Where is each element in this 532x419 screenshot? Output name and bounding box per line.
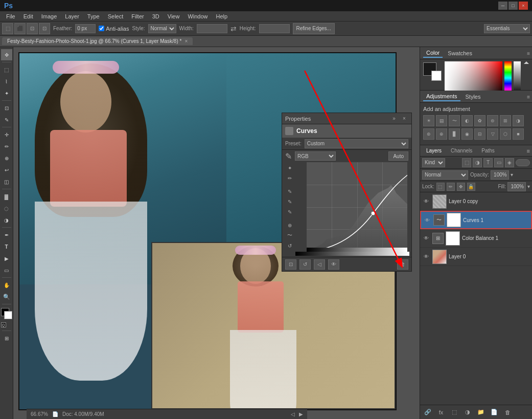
path-select-tool[interactable]: ▶: [1, 253, 12, 264]
tab-swatches[interactable]: Swatches: [445, 49, 475, 57]
layers-new-btn[interactable]: 📄: [489, 407, 500, 417]
properties-close-btn[interactable]: ×: [400, 115, 408, 123]
blur-tool[interactable]: ◌: [1, 203, 12, 214]
tab-paths[interactable]: Paths: [477, 147, 499, 155]
prop-prev-btn[interactable]: ◁: [314, 259, 325, 270]
adj-levels-icon[interactable]: ▤: [436, 115, 447, 126]
menu-edit[interactable]: Edit: [19, 12, 37, 20]
opacity-input[interactable]: [491, 170, 509, 180]
prop-eye-btn[interactable]: 👁: [328, 259, 339, 270]
crop-tool[interactable]: ⊡: [1, 102, 12, 114]
color-up-arrow[interactable]: [524, 61, 529, 64]
workspace-select[interactable]: Essentials: [484, 24, 530, 33]
curves-gray-eyedropper[interactable]: ✎: [285, 197, 294, 206]
auto-button[interactable]: Auto: [388, 151, 408, 161]
clone-stamp-tool[interactable]: ⊕: [1, 152, 12, 164]
history-brush-tool[interactable]: ↩: [1, 164, 12, 175]
menu-filter[interactable]: Filter: [127, 12, 148, 20]
brush-tool[interactable]: ✏: [1, 141, 12, 152]
menu-3d[interactable]: 3D: [148, 12, 164, 20]
eyedropper-channel-icon[interactable]: ✎: [285, 151, 292, 161]
layers-link-btn[interactable]: 🔗: [422, 407, 433, 417]
filter-adjustment-btn[interactable]: ◑: [473, 158, 482, 167]
quick-mask-icon[interactable]: Q: [1, 322, 6, 327]
layer-visibility-eye[interactable]: 👁: [423, 216, 431, 224]
adjustments-panel-menu-icon[interactable]: ≡: [527, 94, 530, 99]
layers-group-btn[interactable]: 📁: [475, 407, 487, 417]
prop-delete-btn[interactable]: 🗑: [397, 259, 408, 270]
opacity-dropdown-icon[interactable]: ▾: [511, 172, 513, 178]
fg-bg-swatches[interactable]: [422, 61, 443, 82]
menu-layer[interactable]: Layer: [61, 12, 83, 20]
eraser-tool[interactable]: ◫: [1, 176, 12, 187]
move-tool[interactable]: ✥: [1, 49, 12, 60]
titlebar-controls[interactable]: ─ □ ×: [498, 2, 528, 10]
blend-mode-select[interactable]: Normal Multiply Screen: [422, 170, 468, 180]
prev-frame-btn[interactable]: ◁: [291, 411, 295, 417]
menu-image[interactable]: Image: [37, 12, 61, 20]
menu-view[interactable]: View: [164, 12, 184, 20]
layer-filter-select[interactable]: Kind: [422, 158, 445, 167]
gradient-tool[interactable]: ▓: [1, 191, 12, 202]
marquee-tool-options[interactable]: ⬚: [2, 23, 13, 34]
lasso-tool[interactable]: ⌇: [1, 76, 12, 87]
foreground-background-colors[interactable]: [1, 308, 12, 319]
filter-toggle[interactable]: [516, 159, 530, 166]
pen-tool[interactable]: ✒: [1, 229, 12, 240]
menu-file[interactable]: File: [2, 12, 19, 20]
adj-invert-icon[interactable]: ◉: [461, 128, 473, 140]
filter-shape-btn[interactable]: ▭: [494, 158, 503, 167]
curves-white-eyedropper[interactable]: ✎: [285, 207, 294, 216]
close-button[interactable]: ×: [519, 2, 528, 10]
feather-input[interactable]: [75, 24, 96, 33]
adj-threshold-icon[interactable]: ▽: [487, 128, 498, 140]
fill-input[interactable]: [507, 182, 526, 191]
text-tool[interactable]: T: [1, 241, 12, 252]
marquee-tool-options2[interactable]: ⬛: [14, 23, 26, 34]
background-color[interactable]: [4, 311, 12, 319]
fill-dropdown-icon[interactable]: ▾: [527, 184, 530, 189]
height-input[interactable]: [259, 24, 290, 33]
color-spectrum-box[interactable]: [445, 61, 502, 95]
layer-item-layer0[interactable]: 👁 Layer 0: [420, 248, 532, 266]
prop-stamp-btn[interactable]: ⊡: [285, 259, 296, 270]
antialias-checkbox[interactable]: Anti-alias: [99, 26, 129, 32]
antialias-check[interactable]: [99, 26, 104, 31]
layers-adjustment-btn[interactable]: ◑: [462, 407, 473, 417]
play-btn[interactable]: ▶: [299, 411, 303, 417]
maximize-button[interactable]: □: [508, 2, 518, 10]
adj-channelmix-icon[interactable]: ⊕: [436, 128, 447, 140]
lock-all-btn[interactable]: 🔒: [467, 183, 475, 191]
tab-layers[interactable]: Layers: [422, 147, 446, 155]
magic-wand-tool[interactable]: ✦: [1, 87, 12, 99]
layers-mask-btn[interactable]: ⬚: [449, 407, 460, 417]
curves-black-eyedropper[interactable]: ✎: [285, 187, 294, 196]
curves-graph[interactable]: [307, 162, 407, 252]
adj-bw-icon[interactable]: ◑: [513, 115, 524, 126]
hue-strip[interactable]: [504, 61, 512, 95]
adj-vibrance-icon[interactable]: ✿: [474, 115, 485, 126]
dodge-tool[interactable]: ◑: [1, 214, 12, 226]
tab-adjustments[interactable]: Adjustments: [423, 92, 460, 101]
lock-pixels-btn[interactable]: ⬚: [436, 183, 445, 191]
prop-visibility-btn[interactable]: ↺: [299, 259, 311, 270]
swap-icon[interactable]: ⇄: [230, 25, 237, 33]
shape-tool[interactable]: ▭: [1, 264, 12, 276]
spot-heal-tool[interactable]: ✛: [1, 129, 12, 140]
menu-select[interactable]: Select: [104, 12, 128, 20]
filter-smart-btn[interactable]: ◈: [505, 158, 514, 167]
layer-visibility-eye[interactable]: 👁: [422, 253, 430, 261]
layer-item-curves1[interactable]: 👁 〜 Curves 1: [420, 211, 532, 229]
eyedropper-tool[interactable]: ✎: [1, 114, 12, 125]
curves-smooth-tool[interactable]: 〜: [285, 231, 294, 240]
adj-curves-icon[interactable]: 〜: [449, 115, 460, 126]
adj-solid-icon[interactable]: ■: [513, 128, 524, 140]
minimize-button[interactable]: ─: [498, 2, 507, 10]
tab-color[interactable]: Color: [423, 49, 443, 58]
adj-brightness-icon[interactable]: ☀: [423, 115, 434, 126]
marquee-tool-options3[interactable]: ⊡: [27, 23, 38, 34]
alpha-strip[interactable]: [514, 61, 521, 95]
curves-pencil-tool[interactable]: ✏: [285, 173, 294, 183]
layers-fx-btn[interactable]: fx: [435, 407, 447, 417]
filter-pixel-btn[interactable]: ⬚: [462, 158, 471, 167]
